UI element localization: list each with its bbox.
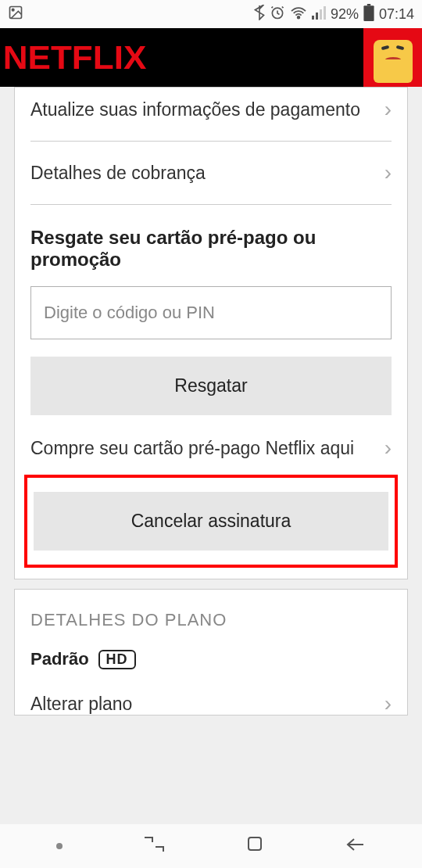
status-bar: 92% 07:14	[0, 0, 422, 28]
android-nav-bar	[0, 824, 422, 868]
hd-badge: HD	[98, 650, 136, 669]
svg-point-3	[298, 16, 300, 18]
profile-avatar[interactable]	[363, 28, 422, 87]
buy-card-link-row[interactable]: Compre seu cartão pré-pago Netflix aqui …	[30, 415, 392, 475]
svg-rect-10	[364, 7, 373, 20]
current-plan-row: Padrão HD	[30, 649, 392, 691]
svg-rect-5	[316, 13, 318, 20]
battery-icon	[363, 4, 374, 25]
netflix-logo[interactable]: NETFLIX	[3, 39, 147, 77]
account-card: Atualize suas informações de pagamento ›…	[14, 87, 408, 579]
svg-rect-6	[320, 9, 322, 20]
svg-rect-11	[249, 838, 261, 850]
alarm-icon	[270, 5, 285, 24]
nav-dot	[56, 843, 63, 849]
change-plan-row[interactable]: Alterar plano ›	[30, 691, 392, 715]
cancel-highlight-box: Cancelar assinatura	[24, 475, 398, 568]
cancel-subscription-button[interactable]: Cancelar assinatura	[34, 492, 388, 551]
status-right: 92% 07:14	[254, 4, 414, 25]
chevron-right-icon: ›	[384, 160, 392, 185]
recent-apps-button[interactable]	[143, 834, 165, 859]
wifi-icon	[290, 5, 307, 23]
svg-rect-4	[312, 16, 314, 20]
plan-name-label: Padrão	[30, 649, 89, 669]
billing-details-row[interactable]: Detalhes de cobrança ›	[30, 142, 392, 205]
status-left	[8, 5, 23, 24]
plan-section-heading: DETALHES DO PLANO	[30, 590, 392, 649]
update-payment-row[interactable]: Atualize suas informações de pagamento ›	[30, 88, 392, 142]
svg-point-1	[12, 9, 14, 11]
chevron-right-icon: ›	[384, 97, 392, 122]
image-icon	[8, 5, 23, 24]
plan-card: DETALHES DO PLANO Padrão HD Alterar plan…	[14, 589, 408, 716]
change-plan-label: Alterar plano	[30, 694, 132, 715]
buy-card-label: Compre seu cartão pré-pago Netflix aqui	[30, 438, 354, 459]
svg-rect-9	[367, 4, 370, 5]
redeem-code-input[interactable]	[30, 286, 392, 339]
chevron-right-icon: ›	[384, 691, 392, 715]
signal-icon	[312, 5, 326, 23]
app-header: NETFLIX	[0, 28, 422, 87]
main-content: Atualize suas informações de pagamento ›…	[0, 87, 422, 716]
chevron-right-icon: ›	[384, 436, 392, 461]
update-payment-label: Atualize suas informações de pagamento	[30, 99, 360, 120]
svg-rect-7	[324, 6, 326, 20]
back-button[interactable]	[345, 834, 367, 859]
home-button[interactable]	[245, 834, 264, 859]
redeem-button[interactable]: Resgatar	[30, 357, 392, 415]
bluetooth-icon	[254, 5, 265, 24]
battery-percent: 92%	[331, 6, 359, 23]
billing-details-label: Detalhes de cobrança	[30, 163, 206, 184]
redeem-section-title: Resgate seu cartão pré-pago ou promoção	[30, 205, 392, 286]
clock-time: 07:14	[379, 6, 414, 23]
